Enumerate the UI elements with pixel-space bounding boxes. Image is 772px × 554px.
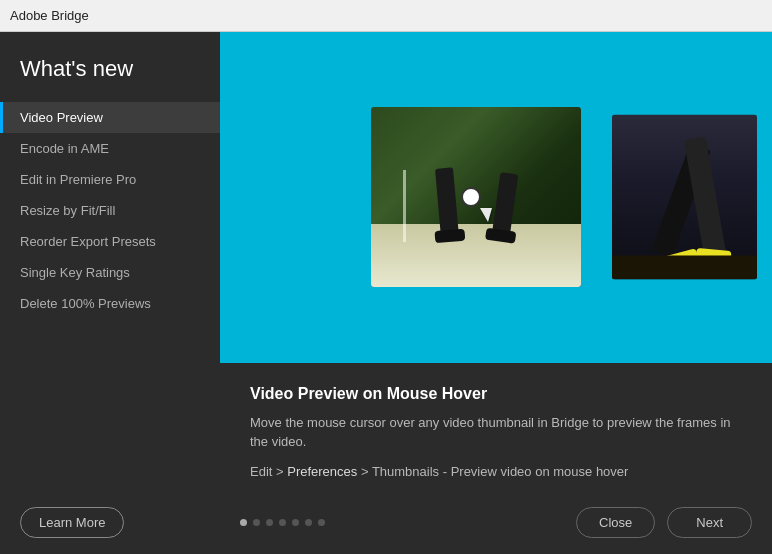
showcase-inner	[220, 32, 772, 363]
sidebar-title: What's new	[0, 32, 220, 102]
sidebar-item-video-preview[interactable]: Video Preview	[0, 102, 220, 133]
leg-left	[435, 167, 459, 238]
dot-2	[253, 519, 260, 526]
dot-5	[292, 519, 299, 526]
dialog: What's new Video Preview Encode in AME E…	[0, 32, 772, 554]
sidebar-item-edit-premiere[interactable]: Edit in Premiere Pro	[0, 164, 220, 195]
path-prefix: Edit >	[250, 464, 287, 479]
title-bar: Adobe Bridge	[0, 0, 772, 32]
sidebar-item-single-key[interactable]: Single Key Ratings	[0, 257, 220, 288]
soccer-image	[371, 107, 581, 287]
description-path: Edit > Preferences > Thumbnails - Previe…	[250, 462, 742, 482]
running-image	[612, 115, 757, 280]
sidebar-item-reorder-presets[interactable]: Reorder Export Presets	[0, 226, 220, 257]
sidebar-item-encode-ame[interactable]: Encode in AME	[0, 133, 220, 164]
pagination-dots	[240, 519, 564, 526]
next-button[interactable]: Next	[667, 507, 752, 538]
description-area: Video Preview on Mouse Hover Move the mo…	[220, 363, 772, 498]
learn-more-button[interactable]: Learn More	[20, 507, 124, 538]
description-body: Move the mouse cursor over any video thu…	[250, 413, 742, 452]
title-bar-text: Adobe Bridge	[10, 8, 89, 23]
dot-7	[318, 519, 325, 526]
leg-figure	[413, 138, 539, 237]
close-button[interactable]: Close	[576, 507, 655, 538]
shoe-left	[435, 228, 466, 243]
dot-3	[266, 519, 273, 526]
dot-4	[279, 519, 286, 526]
soccer-ball	[461, 187, 481, 207]
content-area: Video Preview on Mouse Hover Move the mo…	[220, 32, 772, 554]
mouse-cursor	[480, 208, 492, 222]
description-title: Video Preview on Mouse Hover	[250, 385, 742, 403]
sidebar-item-delete-previews[interactable]: Delete 100% Previews	[0, 288, 220, 319]
video-thumbnail-secondary	[612, 115, 757, 280]
dot-6	[305, 519, 312, 526]
dot-1	[240, 519, 247, 526]
showcase-area	[220, 32, 772, 363]
leg-right	[491, 172, 518, 238]
footer: Close Next	[220, 497, 772, 554]
sidebar-item-resize-fit[interactable]: Resize by Fit/Fill	[0, 195, 220, 226]
video-thumbnail-main	[371, 107, 581, 287]
runner-shoe-right	[695, 248, 731, 265]
sidebar: What's new Video Preview Encode in AME E…	[0, 32, 220, 554]
path-preferences: Preferences	[287, 464, 357, 479]
sidebar-bottom: Learn More	[0, 491, 220, 554]
path-suffix: > Thumbnails - Preview video on mouse ho…	[357, 464, 628, 479]
shoe-right	[485, 228, 516, 244]
